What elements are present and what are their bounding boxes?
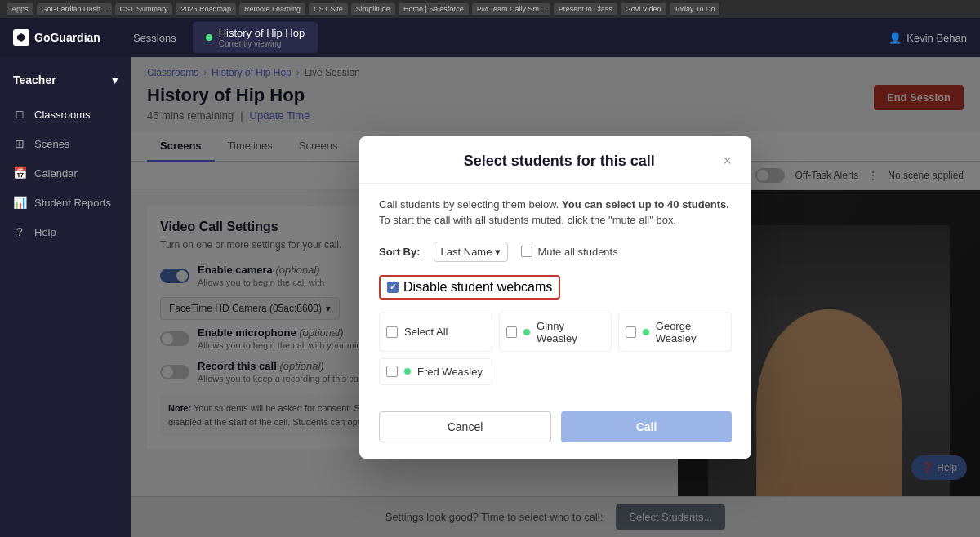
- george-online-dot: [643, 329, 649, 335]
- sidebar-item-scenes[interactable]: ⊞ Scenes: [0, 129, 131, 158]
- classrooms-icon: □: [13, 108, 26, 121]
- select-all-item[interactable]: Select All: [379, 313, 492, 352]
- george-name: George Weasley: [656, 320, 724, 344]
- browser-tab-remote[interactable]: Remote Learning: [239, 3, 305, 15]
- student-ginny[interactable]: Ginny Weasley: [499, 313, 612, 352]
- browser-tab-goguardian[interactable]: GoGuardian Dash...: [37, 3, 112, 15]
- disable-webcam-checkbox[interactable]: ✓: [387, 282, 399, 293]
- disable-webcam-row: ✓ Disable student webcams: [379, 275, 560, 300]
- help-label: Help: [34, 226, 56, 238]
- sort-select[interactable]: Last Name ▾: [434, 242, 509, 262]
- main-layout: Teacher ▾ □ Classrooms ⊞ Scenes 📅 Calend…: [0, 57, 980, 537]
- nav-tab-active[interactable]: History of Hip Hop Currently viewing: [193, 22, 318, 53]
- modal-info: Call students by selecting them below. Y…: [379, 197, 732, 229]
- sidebar-item-reports[interactable]: 📊 Student Reports: [0, 188, 131, 217]
- browser-tab-simp[interactable]: Simplitude: [351, 3, 395, 15]
- role-chevron[interactable]: ▾: [112, 73, 118, 87]
- sidebar-role: Teacher ▾: [0, 67, 131, 93]
- role-label: Teacher: [13, 73, 56, 87]
- mute-label: Mute all students: [537, 246, 617, 258]
- nav-tab-sessions[interactable]: Sessions: [120, 22, 189, 53]
- sidebar-item-classrooms[interactable]: □ Classrooms: [0, 100, 131, 129]
- reports-label: Student Reports: [34, 197, 111, 209]
- browser-tabs: Apps GoGuardian Dash... CST Summary 2026…: [7, 3, 973, 15]
- modal-info-extra: To start the call with all students mute…: [379, 214, 676, 226]
- sidebar-item-calendar[interactable]: 📅 Calendar: [0, 158, 131, 188]
- modal-info-bold: You can select up to 40 students.: [562, 198, 729, 211]
- ginny-checkbox[interactable]: [506, 326, 517, 338]
- modal-header: Select students for this call ×: [359, 136, 751, 184]
- students-grid: Select All Ginny Weasley George Weasley: [379, 313, 732, 385]
- reports-icon: 📊: [13, 196, 26, 209]
- classrooms-label: Classrooms: [34, 109, 91, 121]
- logo: GoGuardian: [13, 29, 100, 46]
- app-header: GoGuardian Sessions History of Hip Hop C…: [0, 18, 980, 57]
- browser-tab-present[interactable]: Present to Class: [554, 3, 617, 15]
- disable-webcam-label: Disable student webcams: [403, 280, 552, 295]
- student-fred[interactable]: Fred Weasley: [379, 358, 492, 385]
- nav-tabs: Sessions History of Hip Hop Currently vi…: [120, 22, 889, 53]
- sort-chevron: ▾: [495, 246, 501, 258]
- calendar-icon: 📅: [13, 166, 26, 180]
- content-area: Classrooms › History of Hip Hop › Live S…: [131, 57, 980, 537]
- ginny-name: Ginny Weasley: [537, 320, 604, 344]
- mute-checkbox[interactable]: [521, 246, 532, 257]
- modal-overlay: Select students for this call × Call stu…: [131, 57, 980, 537]
- modal: Select students for this call × Call stu…: [359, 136, 751, 459]
- sidebar: Teacher ▾ □ Classrooms ⊞ Scenes 📅 Calend…: [0, 57, 131, 537]
- browser-tab-pm[interactable]: PM Team Daily Sm...: [472, 3, 550, 15]
- fred-checkbox[interactable]: [386, 366, 398, 377]
- sidebar-item-help[interactable]: ? Help: [0, 217, 131, 246]
- user-name: Kevin Behan: [906, 32, 967, 44]
- logo-text: GoGuardian: [34, 31, 100, 44]
- browser-tab-roadmap[interactable]: 2026 Roadmap: [176, 3, 236, 15]
- browser-tab-cstsite[interactable]: CST Site: [309, 3, 348, 15]
- select-all-checkbox[interactable]: [386, 326, 398, 338]
- sessions-label: Sessions: [133, 32, 176, 44]
- call-button[interactable]: Call: [561, 411, 732, 442]
- active-tab-dot: [206, 34, 212, 41]
- scenes-label: Scenes: [34, 138, 69, 150]
- sort-row: Sort By: Last Name ▾ Mute all students ✓: [379, 242, 732, 300]
- help-icon: ?: [13, 225, 26, 238]
- modal-info-text: Call students by selecting them below.: [379, 198, 559, 211]
- student-george[interactable]: George Weasley: [618, 313, 732, 352]
- user-info: 👤 Kevin Behan: [889, 32, 967, 44]
- cancel-button[interactable]: Cancel: [379, 411, 551, 442]
- browser-tab-apps[interactable]: Apps: [7, 3, 33, 15]
- browser-bar: Apps GoGuardian Dash... CST Summary 2026…: [0, 0, 980, 18]
- select-all-label: Select All: [404, 326, 448, 338]
- user-icon: 👤: [889, 32, 902, 44]
- george-checkbox[interactable]: [626, 326, 635, 338]
- sort-label: Sort By:: [379, 246, 421, 258]
- fred-name: Fred Weasley: [417, 366, 483, 378]
- nav-tab-subtitle: Currently viewing: [219, 39, 305, 48]
- calendar-label: Calendar: [34, 167, 78, 180]
- browser-tab-today[interactable]: Today To Do: [670, 3, 720, 15]
- browser-tab-cst[interactable]: CST Summary: [115, 3, 173, 15]
- modal-body: Call students by selecting them below. Y…: [359, 184, 751, 411]
- ginny-online-dot: [523, 329, 530, 335]
- fred-online-dot: [404, 368, 411, 375]
- nav-tab-active-content: History of Hip Hop Currently viewing: [219, 27, 305, 48]
- modal-footer: Cancel Call: [359, 411, 751, 459]
- modal-title: Select students for this call: [395, 153, 723, 170]
- nav-tab-active-label: History of Hip Hop: [219, 27, 305, 39]
- logo-icon: [13, 29, 29, 46]
- modal-close-button[interactable]: ×: [723, 153, 732, 168]
- browser-tab-govi[interactable]: Govi Video: [621, 3, 666, 15]
- mute-checkbox-row: Mute all students: [521, 246, 617, 258]
- browser-tab-home[interactable]: Home | Salesforce: [399, 3, 469, 15]
- scenes-icon: ⊞: [13, 137, 26, 150]
- sort-value: Last Name: [441, 246, 492, 258]
